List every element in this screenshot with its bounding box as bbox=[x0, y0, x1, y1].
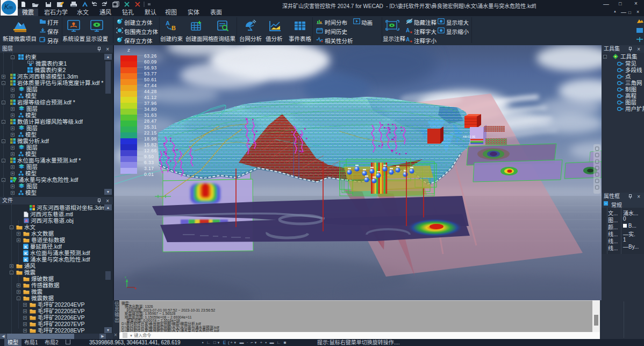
svg-text:18.98: 18.98 bbox=[144, 136, 157, 142]
svg-text:63.26: 63.26 bbox=[144, 53, 157, 59]
svg-text:15.82: 15.82 bbox=[144, 142, 157, 147]
svg-text:25.31: 25.31 bbox=[144, 124, 157, 130]
svg-text:12.66: 12.66 bbox=[144, 148, 157, 153]
svg-text:Z: Z bbox=[127, 48, 130, 53]
svg-text:37.96: 37.96 bbox=[144, 101, 157, 106]
svg-text:A: A bbox=[406, 27, 410, 33]
svg-text:34.80: 34.80 bbox=[144, 107, 157, 112]
svg-text:28.47: 28.47 bbox=[144, 118, 157, 124]
svg-text:6.33: 6.33 bbox=[144, 160, 154, 165]
svg-text:A: A bbox=[166, 20, 170, 26]
svg-text:60.09: 60.09 bbox=[144, 59, 157, 65]
svg-text:50.61: 50.61 bbox=[144, 77, 157, 82]
svg-text:44.28: 44.28 bbox=[144, 89, 157, 94]
svg-text:9.50: 9.50 bbox=[144, 154, 154, 159]
svg-text:3.17: 3.17 bbox=[144, 166, 154, 171]
svg-text:56.93: 56.93 bbox=[144, 65, 157, 70]
svg-text:z: z bbox=[125, 276, 126, 279]
svg-text:53.77: 53.77 bbox=[144, 71, 157, 76]
svg-text:AB-02 0E: AB-02 0E bbox=[463, 135, 476, 138]
svg-text:31.63: 31.63 bbox=[144, 112, 157, 118]
svg-text:47.44: 47.44 bbox=[144, 83, 157, 88]
svg-text:41.12: 41.12 bbox=[144, 95, 157, 100]
svg-text:22.15: 22.15 bbox=[144, 130, 157, 136]
svg-text:A: A bbox=[406, 37, 410, 43]
svg-text:B: B bbox=[171, 25, 176, 31]
svg-text:0.01: 0.01 bbox=[144, 172, 154, 177]
